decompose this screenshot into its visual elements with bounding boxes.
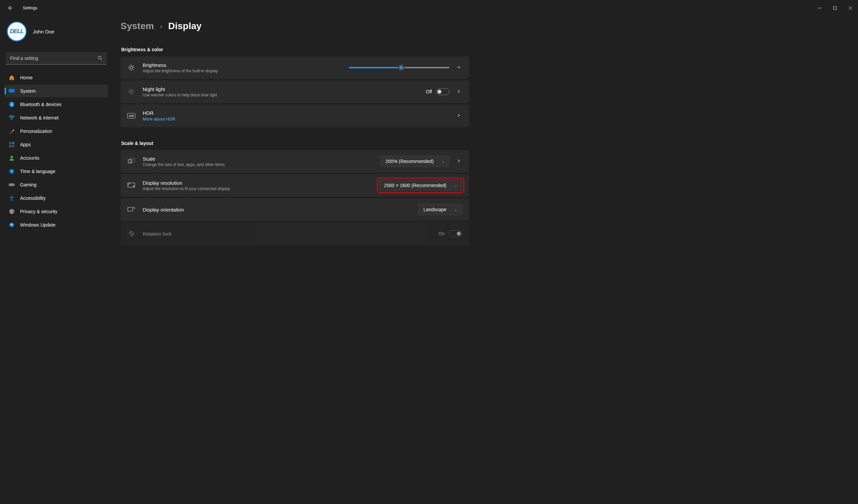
orientation-dropdown[interactable]: Landscape ⌄ [418,204,462,215]
scale-sub: Change the size of text, apps, and other… [143,162,373,167]
hdr-icon: HDR [127,113,135,118]
bluetooth-icon [9,101,15,108]
scale-icon [127,158,135,165]
sidebar-item-system[interactable]: System [5,85,108,97]
svg-point-18 [10,223,14,227]
clock-icon [9,168,15,174]
sidebar-item-network[interactable]: Network & internet [5,111,108,124]
person-icon [9,155,15,161]
nav: Home System Bluetooth & devices Network … [5,71,108,231]
svg-point-1 [98,56,101,59]
svg-rect-0 [833,7,837,10]
card-scale: Scale Change the size of text, apps, and… [121,150,469,173]
scale-value: 200% (Recommended) [385,159,434,164]
svg-text:HDR: HDR [129,115,133,117]
sidebar-item-home[interactable]: Home [5,71,108,84]
sidebar-item-label: Gaming [20,182,36,188]
update-icon [9,222,15,228]
orientation-value: Landscape [423,207,446,212]
breadcrumb-parent[interactable]: System [121,21,154,31]
svg-rect-27 [130,233,132,235]
open-hdr[interactable] [456,112,462,120]
wifi-icon [9,115,15,121]
card-rotation-lock: Rotation lock On [121,222,469,245]
back-button[interactable] [7,5,13,11]
expand-brightness[interactable] [456,64,462,71]
svg-point-19 [130,66,133,69]
sidebar-item-apps[interactable]: Apps [5,138,108,151]
chevron-right-icon: › [160,22,162,30]
sidebar-item-label: Time & language [20,169,55,174]
scale-dropdown[interactable]: 200% (Recommended) ⌄ [380,156,449,167]
rotation-lock-icon [127,230,135,237]
svg-point-20 [130,91,133,93]
svg-rect-24 [130,158,134,162]
svg-rect-14 [9,183,15,186]
svg-rect-9 [12,142,14,144]
gamepad-icon [9,182,15,188]
svg-rect-11 [12,145,14,147]
sidebar-item-update[interactable]: Windows Update [5,218,108,231]
chevron-down-icon: ⌄ [455,184,457,188]
sidebar-item-personalization[interactable]: Personalization [5,125,108,137]
card-resolution: Display resolution Adjust the resolution… [121,174,469,197]
svg-rect-4 [10,93,13,93]
open-night-light[interactable] [456,88,462,96]
user-name: John Doe [33,29,54,34]
svg-rect-26 [128,208,133,211]
hdr-link[interactable]: More about HDR [143,116,448,121]
app-title: Settings [23,6,37,10]
resolution-dropdown[interactable]: 2560 × 1600 (Recommended) ⌄ [379,180,462,191]
sidebar-item-label: Windows Update [20,222,55,228]
resolution-icon [127,183,135,188]
svg-rect-10 [9,145,11,147]
brightness-slider[interactable] [349,64,449,71]
user-block[interactable]: DELL John Doe [5,19,108,50]
chevron-down-icon: ⌄ [455,208,457,212]
sidebar-item-accounts[interactable]: Accounts [5,151,108,164]
titlebar: Settings [0,0,858,16]
close-button[interactable] [843,3,858,13]
sidebar-item-privacy[interactable]: Privacy & security [5,205,108,218]
rotation-lock-title: Rotation lock [143,231,431,237]
card-hdr[interactable]: HDR HDR More about HDR [121,104,469,127]
night-light-sub: Use warmer colors to help block blue lig… [143,93,419,97]
sidebar-item-label: Personalization [20,129,52,134]
card-brightness: Brightness Adjust the brightness of the … [121,56,469,79]
sidebar-item-label: Bluetooth & devices [20,102,62,107]
open-scale[interactable] [456,157,462,165]
sidebar-item-label: Accounts [20,155,39,161]
scale-title: Scale [143,156,373,162]
card-night-light: Night light Use warmer colors to help bl… [121,80,469,103]
minimize-button[interactable] [812,3,827,13]
night-light-title: Night light [143,86,419,92]
svg-rect-8 [9,142,11,144]
shield-icon [9,209,15,214]
breadcrumb-current: Display [168,21,202,31]
svg-rect-2 [11,78,12,80]
sidebar-item-time[interactable]: Time & language [5,165,108,178]
sidebar: DELL John Doe Home System [0,16,111,504]
sidebar-item-label: Home [20,75,32,80]
rotation-lock-toggle [449,230,462,237]
maximize-button[interactable] [827,3,843,13]
chevron-down-icon: ⌄ [442,160,444,163]
sidebar-item-bluetooth[interactable]: Bluetooth & devices [5,98,108,111]
apps-icon [9,142,15,148]
section-title-scale: Scale & layout [121,141,848,146]
system-icon [9,88,15,94]
resolution-value: 2560 × 1600 (Recommended) [384,183,446,188]
svg-point-7 [13,130,14,131]
avatar-text: DELL [10,28,23,35]
svg-point-12 [11,156,13,158]
svg-point-15 [10,184,11,185]
search-input[interactable] [6,52,107,65]
paint-icon [9,128,15,134]
svg-point-6 [11,119,12,120]
svg-rect-3 [9,89,15,93]
sidebar-item-gaming[interactable]: Gaming [5,178,108,191]
sidebar-item-accessibility[interactable]: Accessibility [5,192,108,205]
hdr-title: HDR [143,110,448,116]
orientation-icon [127,207,135,212]
night-light-toggle[interactable] [436,88,449,95]
